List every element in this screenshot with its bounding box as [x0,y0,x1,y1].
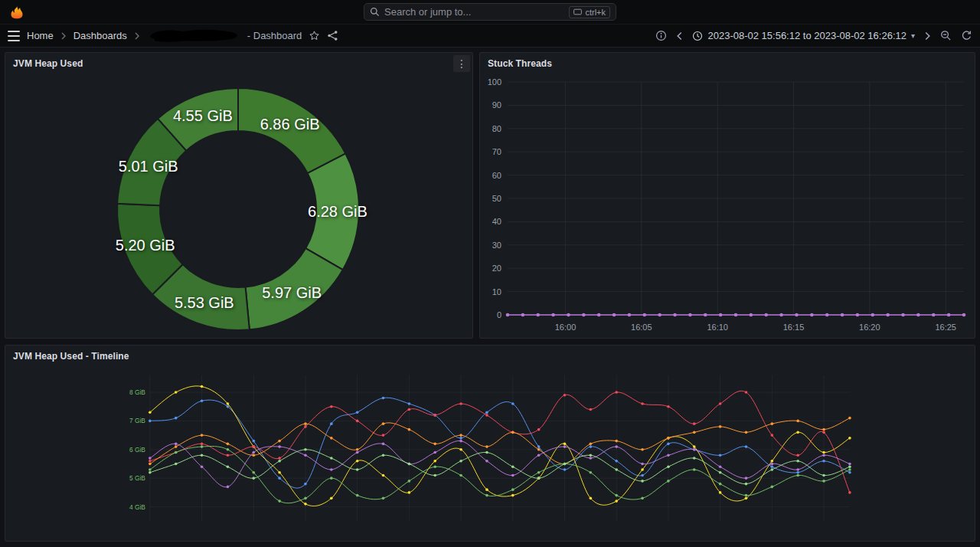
panel-jvm-heap-timeline: JVM Heap Used - Timeline 8 GiB7 GiB6 GiB… [5,345,975,542]
breadcrumb-home[interactable]: Home [27,30,54,41]
svg-text:10: 10 [492,287,501,296]
svg-text:6.28 GiB: 6.28 GiB [308,203,368,220]
svg-text:60: 60 [492,171,501,180]
shortcut-label: ctrl+k [585,8,606,17]
svg-text:7 GiB: 7 GiB [129,417,145,424]
info-icon[interactable] [655,30,667,41]
stuck-threads-chart-area: 16:0016:0516:1016:1516:2016:250102030405… [480,74,975,338]
timeline-chart-area: 8 GiB7 GiB6 GiB5 GiB4 GiB [5,367,975,541]
share-icon[interactable] [327,30,338,41]
svg-text:16:20: 16:20 [859,323,880,332]
svg-text:4 GiB: 4 GiB [129,503,145,511]
grafana-logo[interactable] [9,4,26,21]
svg-text:100: 100 [488,77,501,87]
svg-text:0: 0 [497,310,501,319]
time-forward-icon[interactable] [924,31,931,41]
svg-text:40: 40 [492,217,501,226]
panel-jvm-heap-used: JVM Heap Used ⋮ 6.86 GiB6.28 GiB5.97 GiB… [5,52,473,339]
nav-bar: Home Dashboards - Dashboard [0,25,980,47]
panel-title: JVM Heap Used - Timeline [13,351,129,362]
donut-chart-area: 6.86 GiB6.28 GiB5.97 GiB5.53 GiB5.20 GiB… [5,74,472,338]
svg-text:6.86 GiB: 6.86 GiB [260,116,320,133]
svg-text:5.53 GiB: 5.53 GiB [175,294,234,311]
top-bar: Search or jump to... ctrl+k [0,0,980,25]
panel-stuck-threads: Stuck Threads 16:0016:0516:1016:1516:201… [479,52,975,339]
svg-text:5.20 GiB: 5.20 GiB [116,237,175,254]
dashboard-grid: JVM Heap Used ⋮ 6.86 GiB6.28 GiB5.97 GiB… [0,47,980,546]
panel-menu-kebab-icon[interactable]: ⋮ [453,55,470,72]
svg-text:16:25: 16:25 [935,323,956,332]
panel-title: Stuck Threads [488,58,552,69]
panel-header: Stuck Threads [480,53,975,74]
shortcut-badge: ctrl+k [569,6,610,18]
redacted-scribble [149,28,239,44]
svg-text:16:00: 16:00 [555,323,577,332]
jvm-heap-donut-chart: 6.86 GiB6.28 GiB5.97 GiB5.53 GiB5.20 GiB… [5,74,472,338]
svg-text:8 GiB: 8 GiB [129,388,145,396]
svg-text:5.97 GiB: 5.97 GiB [262,284,322,301]
svg-text:70: 70 [492,147,501,156]
grafana-flame-icon [9,5,24,20]
search-placeholder: Search or jump to... [384,6,564,18]
panel-header: JVM Heap Used [5,53,472,74]
search-icon [370,7,380,17]
panel-title: JVM Heap Used [13,58,83,69]
svg-text:16:10: 16:10 [707,323,728,332]
clock-icon [692,31,703,41]
breadcrumb-current: - Dashboard [247,30,302,41]
refresh-icon[interactable] [961,30,972,41]
svg-text:50: 50 [492,194,501,203]
time-back-icon[interactable] [676,31,683,41]
svg-text:20: 20 [492,264,501,273]
time-range-label: 2023-08-02 15:56:12 to 2023-08-02 16:26:… [707,30,906,41]
breadcrumb-dashboards[interactable]: Dashboards [74,30,127,41]
svg-text:4.55 GiB: 4.55 GiB [173,107,233,124]
svg-text:5.01 GiB: 5.01 GiB [119,158,178,175]
svg-text:16:15: 16:15 [783,323,805,332]
svg-text:90: 90 [492,100,501,110]
svg-text:30: 30 [492,241,501,250]
svg-text:16:05: 16:05 [631,323,652,332]
zoom-out-icon[interactable] [940,30,952,41]
svg-text:5 GiB: 5 GiB [129,474,145,482]
svg-text:80: 80 [492,124,501,133]
keyboard-icon [573,8,582,15]
svg-text:6 GiB: 6 GiB [129,446,145,454]
caret-down-icon: ▾ [911,31,915,40]
jvm-heap-timeline-chart: 8 GiB7 GiB6 GiB5 GiB4 GiB [5,367,975,541]
panel-header: JVM Heap Used - Timeline [5,346,975,367]
stuck-threads-chart: 16:0016:0516:1016:1516:2016:250102030405… [480,74,975,338]
chevron-right-icon [134,32,140,40]
search-input[interactable]: Search or jump to... ctrl+k [364,3,616,21]
chevron-right-icon [60,32,67,40]
star-icon[interactable] [309,30,320,41]
time-range-picker[interactable]: 2023-08-02 15:56:12 to 2023-08-02 16:26:… [692,30,915,41]
hamburger-menu-icon[interactable] [8,31,20,41]
